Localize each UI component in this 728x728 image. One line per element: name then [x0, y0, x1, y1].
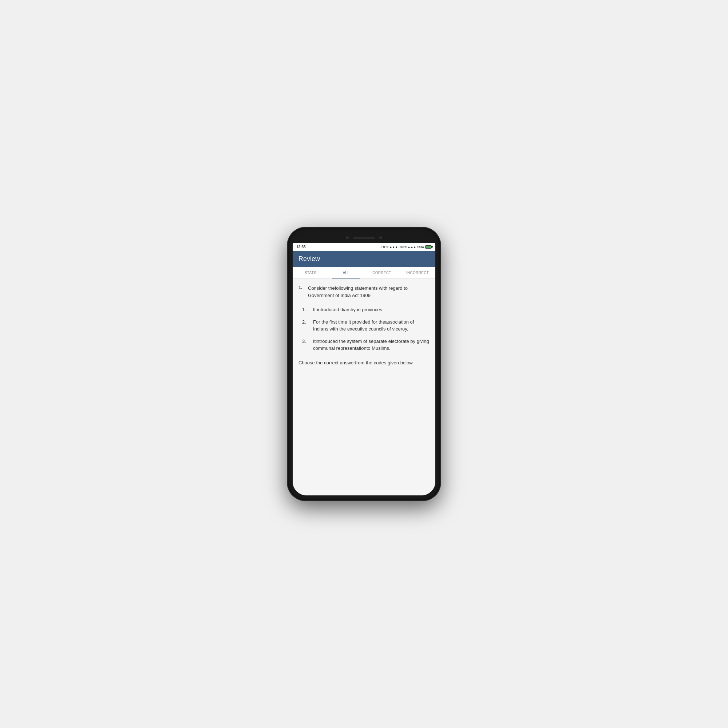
- choose-instruction: Choose the correct answerfrom the codes …: [298, 359, 430, 367]
- stmt-text-1: It introduced diarchy in provinces.: [313, 306, 430, 314]
- screen: 12:35 ○ ⊛ ® ▲▲▲ IND ® ▲▲▲ TATA Review ST…: [293, 243, 435, 496]
- question-text: Consider thefollowing statements with re…: [308, 284, 430, 299]
- status-icons: ○ ⊛ ® ▲▲▲ IND ® ▲▲▲ TATA: [380, 245, 432, 249]
- question-header: 1. Consider thefollowing statements with…: [298, 284, 430, 299]
- phone-device: 12:35 ○ ⊛ ® ▲▲▲ IND ® ▲▲▲ TATA Review ST…: [288, 228, 440, 500]
- stmt-num-2: 2.: [302, 318, 310, 333]
- tab-incorrect[interactable]: INCORRECT: [400, 267, 435, 278]
- tabs-bar: STATS ALL CORRECT INCORRECT: [293, 267, 435, 279]
- status-bar: 12:35 ○ ⊛ ® ▲▲▲ IND ® ▲▲▲ TATA: [293, 243, 435, 251]
- question-number: 1.: [298, 284, 306, 299]
- tab-stats[interactable]: STATS: [293, 267, 328, 278]
- status-time: 12:35: [296, 245, 306, 249]
- tab-correct[interactable]: CORRECT: [364, 267, 400, 278]
- statements-list: 1. It introduced diarchy in provinces. 2…: [302, 306, 430, 352]
- network-indicators: ○ ⊛ ® ▲▲▲ IND ® ▲▲▲ TATA: [380, 245, 424, 249]
- battery-icon: [425, 245, 432, 249]
- phone-inner: 12:35 ○ ⊛ ® ▲▲▲ IND ® ▲▲▲ TATA Review ST…: [293, 232, 435, 496]
- phone-top-bar: [293, 232, 435, 243]
- stmt-num-1: 1.: [302, 306, 310, 314]
- camera-right: [379, 236, 382, 239]
- app-title: Review: [298, 255, 320, 262]
- statement-3: 3. Itintroduced the system of separate e…: [302, 338, 430, 352]
- stmt-text-2: For the first time it provided for theas…: [313, 318, 430, 333]
- content-area[interactable]: 1. Consider thefollowing statements with…: [293, 279, 435, 496]
- stmt-text-3: Itintroduced the system of separate elec…: [313, 338, 430, 352]
- camera: [346, 236, 349, 239]
- statement-2: 2. For the first time it provided for th…: [302, 318, 430, 333]
- app-header: Review: [293, 251, 435, 267]
- speaker: [353, 237, 375, 239]
- battery-fill: [425, 246, 431, 248]
- tab-all[interactable]: ALL: [328, 267, 364, 278]
- stmt-num-3: 3.: [302, 338, 310, 352]
- question-block: 1. Consider thefollowing statements with…: [298, 284, 430, 366]
- statement-1: 1. It introduced diarchy in provinces.: [302, 306, 430, 314]
